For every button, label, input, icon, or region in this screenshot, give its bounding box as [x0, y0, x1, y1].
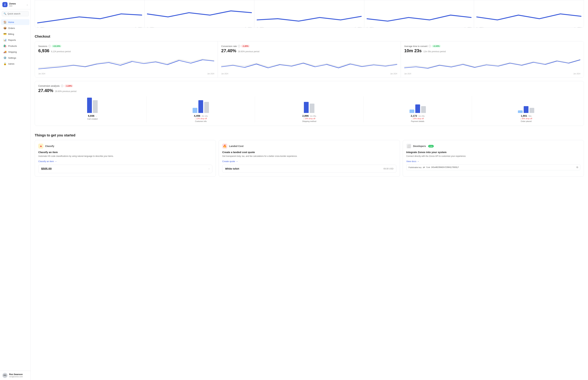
billing-icon: 💳 [3, 33, 6, 36]
mini-date-start: Jan 2024 [37, 27, 44, 28]
sidebar-item-settings[interactable]: ⚙️ Settings [1, 55, 29, 61]
mini-chart-4: Jan 2024 Jan 2024 [364, 0, 474, 28]
sessions-metric: Sessions i +12.24% 6,936 6,124 previous … [35, 41, 218, 77]
preview-price: 69.00 USD [383, 168, 394, 170]
classify-card: 🔺 Classify Classify an item Automate HS … [35, 140, 216, 177]
funnel-time: 1m 23s [418, 115, 424, 117]
copy-icon[interactable]: ⧉ [576, 166, 578, 169]
funnel-label: Cart created [87, 118, 98, 120]
conversion-analysis-section: Conversion analysis i -1.20% 27.40% 28.6… [35, 81, 584, 126]
sidebar-item-label: Home [8, 21, 14, 23]
user-info: Ron Swanson ron@zonos.com [9, 373, 23, 378]
sessions-info-icon[interactable]: i [48, 45, 51, 47]
main-content: Jan 2024 Jan 2024 Jan 2024 Jan 2024 [31, 0, 588, 380]
things-section: Things to get you started 🔺 Classify Cla… [35, 130, 584, 177]
quick-search-button[interactable]: 🔍 Quick search [2, 11, 29, 16]
sidebar-item-admin[interactable]: 🔒 Admin [1, 61, 29, 67]
sidebar-item-home[interactable]: 🏠 Home [1, 19, 29, 25]
checkout-title: Checkout [35, 31, 584, 41]
sessions-prev: 6,124 previous period [51, 50, 71, 53]
org-header[interactable]: Z Zonos 909 ⌄ [0, 0, 30, 9]
funnel-label: Shipping method [302, 120, 316, 122]
chevron-down-icon: ⌄ [26, 3, 28, 6]
user-name: Ron Swanson [9, 373, 23, 376]
funnel-bar-prev [93, 100, 98, 113]
classify-link[interactable]: Classify an item → [38, 160, 212, 163]
sidebar-item-orders[interactable]: 📦 Orders [1, 25, 29, 31]
quick-search-label: Quick search [7, 12, 20, 15]
top-mini-charts: Jan 2024 Jan 2024 Jan 2024 Jan 2024 [35, 0, 584, 28]
funnel-time: 56s [529, 115, 531, 117]
classify-icon: 🔺 [38, 144, 43, 149]
sidebar-item-label: Reports [8, 39, 16, 41]
funnel-shipping-method: 2,896 1m 45s ↓ 19% drop off Shipping met… [255, 96, 363, 122]
live-badge: Live [428, 145, 434, 148]
conversion-analysis-badge: -1.20% [65, 85, 73, 87]
funnel-bar-main [415, 104, 420, 113]
org-id: 909 [9, 5, 25, 7]
preview-price: $505.00 [41, 167, 52, 171]
avg-time-value: 10m 23s [404, 48, 422, 53]
mini-chart-2: Jan 2024 Jan 2024 [145, 0, 254, 28]
settings-icon: ⚙️ [3, 56, 6, 59]
funnel-count: 1,901 [521, 114, 527, 117]
avatar: RS [2, 373, 7, 378]
avg-time-badge: +2.43% [432, 45, 441, 47]
landed-cost-category: Landed Cost [229, 145, 244, 148]
sidebar-item-products[interactable]: 🛍️ Products [1, 43, 29, 49]
conversion-analysis-info-icon[interactable]: i [61, 85, 63, 87]
arrow-icon: → [55, 160, 57, 163]
view-docs-link[interactable]: View docs → [406, 160, 580, 163]
funnel-label: Customer info [195, 120, 207, 122]
conversion-rate-badge: -1.20% [241, 45, 250, 47]
sessions-chart [38, 55, 214, 72]
classify-title: Classify an item [38, 151, 212, 153]
sessions-value: 6,936 [38, 48, 49, 53]
funnel-label: Order placed [521, 120, 532, 122]
sidebar-item-reports[interactable]: 📊 Reports [1, 37, 29, 43]
funnel-bar-prev [530, 108, 534, 113]
sidebar-footer: RS Ron Swanson ron@zonos.com [0, 371, 30, 380]
sidebar-item-shipping[interactable]: 🚚 Shipping [1, 49, 29, 55]
funnel-bar-main [198, 100, 203, 113]
funnel-time: 1m 45s [310, 115, 316, 117]
landed-cost-icon: 🔥 [222, 144, 227, 149]
sidebar-item-label: Products [8, 45, 17, 47]
avg-time-metric: Average time to convert i +2.43% 10m 23s… [401, 41, 584, 77]
metrics-row: Sessions i +12.24% 6,936 6,124 previous … [35, 41, 584, 77]
sidebar: Z Zonos 909 ⌄ 🔍 Quick search 🏠 Home 📦 Or… [0, 0, 31, 380]
mini-chart-3: Jan 2024 Jan 2024 [254, 0, 364, 28]
funnel-order-placed: 1,901 56s ↓ 30% drop off Order placed [472, 96, 580, 122]
org-logo: Z [2, 2, 7, 7]
developers-title: Integrate Zonos into your system [406, 151, 580, 153]
mini-chart-5: Jan 2024 Jan 2024 [474, 0, 584, 28]
funnel-drop: ↓ 19% drop off [303, 117, 315, 120]
avg-time-info-icon[interactable]: i [429, 45, 431, 47]
sidebar-item-billing[interactable]: 💳 Billing [1, 31, 29, 37]
funnel-count: 6,936 [88, 114, 95, 117]
shipping-icon: 🚚 [3, 50, 6, 53]
classify-preview: $505.00 ↑ [38, 165, 212, 173]
funnel-bar-prev [310, 104, 314, 113]
home-icon: 🏠 [3, 20, 6, 24]
sidebar-item-label: Orders [8, 27, 15, 29]
funnel-bar-prev [204, 102, 209, 113]
conversion-info-icon[interactable]: i [238, 45, 240, 47]
admin-icon: 🔒 [3, 62, 6, 65]
avg-time-prev: 12m 56s previous period [423, 50, 446, 53]
developers-desc: Connect directly with the Zonos API to c… [406, 155, 580, 158]
funnel-time: 2m 12s [202, 115, 208, 117]
funnel-bar-top [518, 110, 523, 113]
create-quote-link[interactable]: Create quote → [222, 160, 396, 163]
classify-desc: Automate HS code classifications by usin… [38, 155, 212, 158]
publishable-key-row: Publishable key pk_live_243u48239h82hf23… [406, 164, 580, 170]
key-value: pk_live_243u48239h82hf239h9jf3920jf [423, 166, 575, 168]
developers-category: Developers [413, 145, 426, 148]
sidebar-item-label: Shipping [8, 51, 17, 53]
funnel-bar-top [410, 110, 414, 113]
funnel-bar-prev [421, 106, 426, 113]
landed-cost-desc: Get transparent duty, tax, and fee calcu… [222, 155, 396, 158]
search-icon: 🔍 [3, 12, 6, 15]
funnel-drop: ↓ 30% drop off [520, 117, 532, 120]
funnel-cart-created: 6,936 – Cart created [38, 96, 147, 122]
